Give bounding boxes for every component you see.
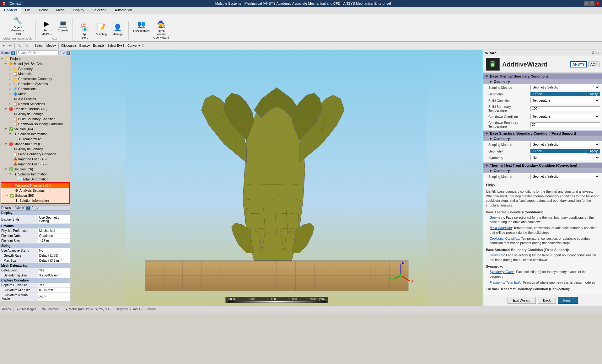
tree-item-imported-b6[interactable]: 📥 Imported Load (B6) [0, 162, 70, 167]
expand-connections[interactable]: ▷ [9, 87, 13, 90]
expand-sol-a6[interactable]: ▼ [4, 127, 8, 131]
tab-mesh[interactable]: Mesh [52, 7, 69, 14]
tree-item-project[interactable]: ▼ 📁 Project* [0, 56, 70, 61]
tab-selection[interactable]: Selection [88, 7, 110, 14]
expand-sol-c6[interactable]: ▼ [4, 168, 8, 171]
select-dropdown[interactable]: Select [33, 43, 45, 48]
build-condition-select[interactable]: Temperature Convection Adiabatic [530, 98, 600, 103]
tree-item-am-process[interactable]: ⚙ AM Process [0, 96, 70, 101]
object-generator-button[interactable]: 🔧 ObjectGeneratorTools [10, 15, 25, 36]
tree-item-geometry[interactable]: ▷ 📐 Geometry [0, 66, 70, 71]
app-store-button[interactable]: 🏪 AppStore [77, 22, 92, 40]
finish-button[interactable]: Finish [558, 297, 578, 304]
tree-item-materials[interactable]: ▷ 📋 Materials [0, 71, 70, 76]
tree-item-imported-a6[interactable]: 📥 Imported Load (A6) [0, 157, 70, 162]
expand-coord[interactable]: ▷ [9, 82, 13, 85]
scoping-method-3-select[interactable]: Geometry Selection Named Selection [530, 174, 600, 179]
tree-item-named-sel[interactable]: ▷ 📋 Named Selections [0, 101, 70, 106]
console-button[interactable]: 💻 Console [55, 18, 70, 36]
expand-sol-info-c6[interactable]: ▼ [9, 173, 13, 176]
search-input[interactable] [16, 51, 59, 55]
exit-wizard-button[interactable]: Exit Wizard [508, 297, 536, 304]
toolbar-zoom[interactable]: 🔍 [16, 43, 23, 48]
run-macro-button[interactable]: ▶ RunMacro... [39, 18, 54, 36]
toolbar-redo[interactable]: ↪ [8, 43, 13, 48]
expand-sol-info-a6[interactable]: ▼ [9, 132, 13, 136]
expand-geometry[interactable]: ▷ [9, 67, 13, 70]
tree-item-coord-systems[interactable]: ▷ 📐 Coordinate Systems [0, 81, 70, 86]
toolbar-undo[interactable]: ↩ [1, 43, 7, 48]
tree-item-analysis-c5[interactable]: ⚙ Analysis Settings [0, 147, 70, 152]
tree-item-build-bc[interactable]: 📋 Build Boundary Condition [0, 116, 70, 121]
tab-display[interactable]: Display [69, 7, 88, 14]
apply-1-button[interactable]: Apply [587, 92, 600, 96]
tree-item-sol-info-c6[interactable]: ▼ ℹ Solution Information [0, 172, 70, 177]
tree-item-transient-a5[interactable]: ▼ 🔴 Transient Thermal (A5) [0, 106, 70, 111]
help-link-build-condition[interactable]: Build Condition [490, 226, 512, 230]
tree-item-sol-info-a6[interactable]: ▼ ℹ Solution Information [0, 131, 70, 136]
tree-item-static-c5[interactable]: ▼ 🔴 Static Structural (C5) [0, 142, 70, 147]
help-link-geometry-2[interactable]: Geometry [490, 253, 504, 257]
expand-materials[interactable]: ▷ [9, 72, 13, 75]
tree-item-solution-b6[interactable]: ▼ ✅ Solution (B6) [1, 193, 69, 198]
apply-2-button[interactable]: Apply [587, 149, 600, 153]
tree-item-mesh[interactable]: ▷ 🔷 Mesh [0, 91, 70, 96]
subsection-geom-3[interactable]: ▼ Geometry [483, 168, 602, 173]
scripting-button[interactable]: 📝 Scripting [94, 22, 109, 40]
symmetry-select[interactable]: No Yes [530, 155, 600, 160]
expand-transient-a5[interactable]: ▼ [4, 107, 8, 110]
close-button[interactable]: ✕ [595, 1, 600, 6]
user-buttons-button[interactable]: 👥 User Buttons [132, 19, 151, 40]
tree-item-model[interactable]: ▼ 🔶 Model (A4, B4, C4) [0, 61, 70, 66]
tree-item-solution-c6[interactable]: ▼ ✅ Solution (C6) [0, 167, 70, 172]
cooldown-condition-select[interactable]: Temperature Convection Adiabatic [530, 114, 600, 119]
expand-named-sel[interactable]: ▷ [9, 102, 13, 105]
help-link-cooldown-condition[interactable]: Cooldown Condition [490, 237, 519, 240]
expand-static-c5[interactable]: ▼ [4, 142, 8, 146]
tree-item-cooldown-bc[interactable]: 📋 Cooldown Boundary Condition [0, 121, 70, 126]
tree-item-sol-info-b6[interactable]: ℹ Solution Information [1, 198, 69, 203]
convert-dropdown[interactable]: Convert▾ [126, 43, 141, 48]
mode-dropdown[interactable]: Mode▾ [45, 43, 57, 48]
clipboard-dropdown[interactable]: Clipboard▾ [60, 43, 78, 48]
extend-dropdown[interactable]: Extend▾ [92, 43, 105, 48]
tree-item-construction-geometry[interactable]: ▷ 📐 Construction Geometry [0, 76, 70, 81]
selectby-dropdown[interactable]: Select By▾ $ [106, 43, 126, 48]
section-base-thermal[interactable]: ▼ Base Thermal Boundary Conditions [483, 73, 602, 79]
subsection-geom-2[interactable]: ▼ Geometry [483, 136, 602, 141]
expand-sol-b6[interactable]: ▼ [6, 194, 9, 197]
section-base-structural[interactable]: ▼ Base Structural Boundary Condition (Fi… [483, 131, 602, 136]
tree-item-connections[interactable]: ▷ 🔗 Connections [0, 86, 70, 91]
empty-dropdown[interactable]: Empty▾ [78, 43, 91, 48]
tree-item-temperature[interactable]: 🌡 Temperature [0, 136, 70, 142]
expand-model[interactable]: ▼ [4, 62, 8, 65]
expand-project[interactable]: ▼ [1, 57, 4, 60]
back-button[interactable]: Back [538, 297, 556, 304]
cooldown-boundary-temp-input[interactable] [530, 122, 600, 127]
open-wizard-button[interactable]: 🧙 OpenWizardOpenWizard [152, 19, 170, 40]
manage-button[interactable]: 👤 Manage [110, 22, 125, 40]
subsection-geom-1[interactable]: ▼ Geometry [483, 79, 602, 84]
scoping-method-2-select[interactable]: Geometry Selection Named Selection [530, 142, 600, 147]
help-link-symmetry-faces[interactable]: Symmetry Faces [490, 270, 514, 274]
tab-automation[interactable]: Automation [110, 7, 136, 14]
tab-file[interactable]: File [21, 7, 35, 14]
toolbar-zoom2[interactable]: 🔍 [24, 43, 30, 48]
tree-item-analysis-a5[interactable]: ⚙ Analysis Settings [0, 111, 70, 116]
tree-item-fixed-bc[interactable]: 📋 Fixed Boundary Condition [0, 152, 70, 157]
tab-home[interactable]: Home [35, 7, 52, 14]
minimize-button[interactable]: – [584, 1, 589, 6]
scoping-method-1-select[interactable]: Geometry Selection Named Selection [530, 85, 600, 90]
help-link-fraction[interactable]: Fraction of Total Build [490, 281, 521, 284]
build-boundary-temp-input[interactable] [530, 106, 600, 111]
tree-item-solution-a6[interactable]: ▼ ✅ Solution (A6) [0, 126, 70, 131]
help-link-geometry-1[interactable]: Geometry [490, 216, 504, 219]
section-heat-treat[interactable]: ▼ Thermal Heat Treat Boundary Condition … [483, 163, 602, 168]
tree-item-analysis-b5[interactable]: ⚙ Analysis Settings [1, 188, 69, 193]
tree-item-total-def[interactable]: 📊 Total Deformation [0, 177, 70, 182]
expand-mesh[interactable]: ▷ [9, 92, 13, 95]
maximize-button[interactable]: □ [589, 1, 594, 6]
viewport[interactable]: Z X Y 0.000 5.000 10.000 15.000 20.000 (… [71, 50, 483, 306]
expand-constr-geom[interactable]: ▷ [9, 77, 13, 80]
tree-item-transient-b5[interactable]: ▼ 🔴 Transient Thermal 2 (B5) [1, 183, 69, 188]
